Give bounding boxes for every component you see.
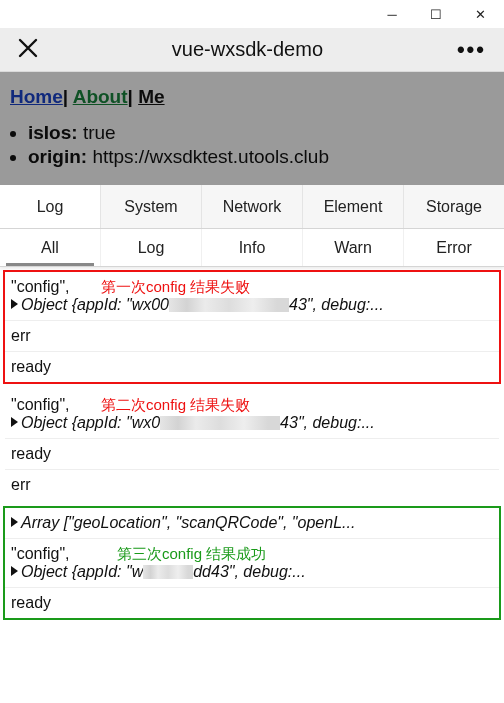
log-row[interactable]: Array ["geoLocation", "scanQRCode", "ope… bbox=[5, 508, 499, 539]
filter-error[interactable]: Error bbox=[404, 229, 504, 266]
log-row[interactable]: ready bbox=[5, 352, 499, 382]
filter-warn[interactable]: Warn bbox=[303, 229, 404, 266]
tab-system[interactable]: System bbox=[101, 185, 202, 228]
log-row[interactable]: err bbox=[5, 470, 499, 500]
nav-me-link[interactable]: Me bbox=[138, 86, 164, 107]
filter-info[interactable]: Info bbox=[202, 229, 303, 266]
log-row[interactable]: "config", 第二次config 结果失败 Object {appId: … bbox=[5, 390, 499, 439]
nav-about-link[interactable]: About bbox=[73, 86, 128, 107]
expand-icon[interactable] bbox=[11, 417, 18, 427]
nav-links: Home| About| Me bbox=[0, 72, 504, 116]
filter-tabs: All Log Info Warn Error bbox=[0, 229, 504, 267]
nav-home-link[interactable]: Home bbox=[10, 86, 63, 107]
log-row[interactable]: ready bbox=[5, 439, 499, 470]
expand-icon[interactable] bbox=[11, 566, 18, 576]
maximize-button[interactable]: ☐ bbox=[414, 0, 458, 28]
tab-log[interactable]: Log bbox=[0, 185, 101, 228]
window-titlebar: ─ ☐ ✕ bbox=[0, 0, 504, 28]
expand-icon[interactable] bbox=[11, 517, 18, 527]
filter-all[interactable]: All bbox=[0, 229, 101, 266]
log-block-1: "config", 第一次config 结果失败 Object {appId: … bbox=[3, 270, 501, 384]
app-bar: vue-wxsdk-demo ••• bbox=[0, 28, 504, 72]
log-row[interactable]: ready bbox=[5, 588, 499, 618]
more-icon[interactable]: ••• bbox=[457, 37, 486, 63]
window-close-button[interactable]: ✕ bbox=[458, 0, 502, 28]
redacted bbox=[169, 298, 289, 312]
page-title: vue-wxsdk-demo bbox=[38, 38, 457, 61]
close-icon[interactable] bbox=[18, 38, 38, 62]
main-tabs: Log System Network Element Storage bbox=[0, 185, 504, 229]
tab-element[interactable]: Element bbox=[303, 185, 404, 228]
vconsole-panel: Log System Network Element Storage All L… bbox=[0, 185, 504, 703]
redacted bbox=[143, 565, 193, 579]
log-block-3: Array ["geoLocation", "scanQRCode", "ope… bbox=[3, 506, 501, 620]
tab-storage[interactable]: Storage bbox=[404, 185, 504, 228]
info-isios: isIos: true bbox=[28, 122, 498, 144]
annotation-1: 第一次config 结果失败 bbox=[101, 278, 250, 297]
filter-log[interactable]: Log bbox=[101, 229, 202, 266]
log-area: "config", 第一次config 结果失败 Object {appId: … bbox=[0, 267, 504, 703]
log-row[interactable]: "config", 第三次config 结果成功 Object {appId: … bbox=[5, 539, 499, 588]
log-block-2: "config", 第二次config 结果失败 Object {appId: … bbox=[3, 388, 501, 502]
info-origin: origin: https://wxsdktest.utools.club bbox=[28, 146, 498, 168]
nav-sep: | bbox=[128, 86, 139, 107]
log-row[interactable]: "config", 第一次config 结果失败 Object {appId: … bbox=[5, 272, 499, 321]
tab-network[interactable]: Network bbox=[202, 185, 303, 228]
annotation-2: 第二次config 结果失败 bbox=[101, 396, 250, 415]
expand-icon[interactable] bbox=[11, 299, 18, 309]
minimize-button[interactable]: ─ bbox=[370, 0, 414, 28]
redacted bbox=[160, 416, 280, 430]
annotation-3: 第三次config 结果成功 bbox=[117, 545, 266, 564]
log-row[interactable]: err bbox=[5, 321, 499, 352]
nav-sep: | bbox=[63, 86, 73, 107]
